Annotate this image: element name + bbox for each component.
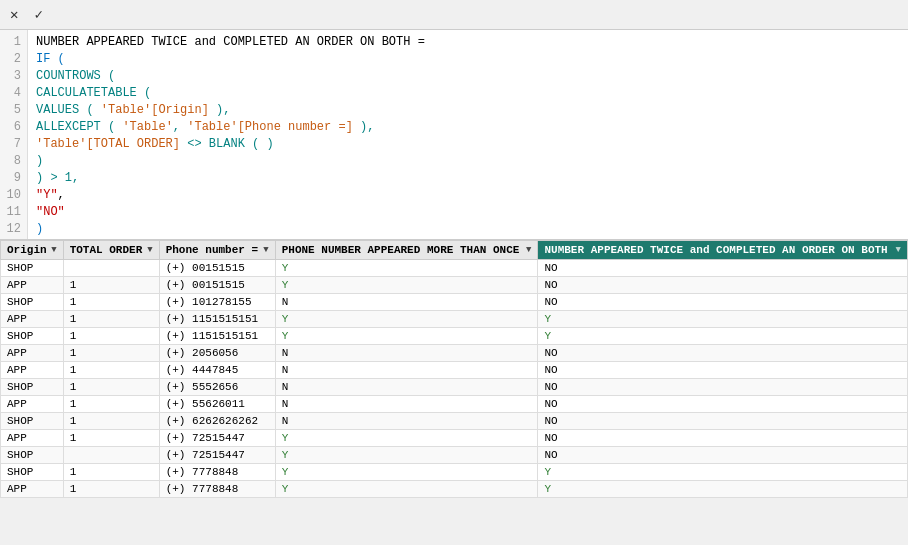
table-cell: Y (275, 464, 538, 481)
data-table-container[interactable]: Origin▼TOTAL ORDER▼Phone number =▼PHONE … (0, 240, 908, 498)
column-label: NUMBER APPEARED TWICE and COMPLETED AN O… (544, 244, 887, 256)
table-cell: (+) 7778848 (159, 481, 275, 498)
filter-icon[interactable]: ▼ (526, 245, 531, 255)
table-cell: Y (538, 311, 908, 328)
table-cell: 1 (63, 294, 159, 311)
table-row: APP1(+) 1151515151YY (1, 311, 908, 328)
cancel-icon[interactable]: ✕ (6, 4, 22, 25)
filter-icon[interactable]: ▼ (263, 245, 268, 255)
table-row: SHOP1(+) 101278155NNO (1, 294, 908, 311)
code-line: "NO" (36, 204, 900, 221)
line-number: 11 (6, 204, 21, 221)
code-line: IF ( (36, 51, 900, 68)
table-cell: APP (1, 345, 64, 362)
table-cell: APP (1, 362, 64, 379)
table-cell: 1 (63, 481, 159, 498)
table-cell: SHOP (1, 260, 64, 277)
table-cell: NO (538, 379, 908, 396)
data-table: Origin▼TOTAL ORDER▼Phone number =▼PHONE … (0, 240, 908, 498)
table-row: SHOP1(+) 7778848YY (1, 464, 908, 481)
line-numbers: 123456789101112 (0, 30, 28, 239)
table-cell: NO (538, 277, 908, 294)
table-cell: Y (538, 328, 908, 345)
table-cell: NO (538, 294, 908, 311)
column-header: TOTAL ORDER▼ (63, 241, 159, 260)
table-cell: NO (538, 396, 908, 413)
table-cell: Y (538, 481, 908, 498)
table-cell: Y (275, 447, 538, 464)
code-line: VALUES ( 'Table'[Origin] ), (36, 102, 900, 119)
table-cell: NO (538, 345, 908, 362)
table-cell: 1 (63, 396, 159, 413)
table-cell: (+) 4447845 (159, 362, 275, 379)
code-content[interactable]: NUMBER APPEARED TWICE and COMPLETED AN O… (28, 30, 908, 239)
filter-icon[interactable]: ▼ (147, 245, 152, 255)
table-cell: APP (1, 311, 64, 328)
column-header: Phone number =▼ (159, 241, 275, 260)
table-cell: APP (1, 396, 64, 413)
table-cell: N (275, 345, 538, 362)
table-cell: (+) 00151515 (159, 260, 275, 277)
table-row: APP1(+) 55626011NNO (1, 396, 908, 413)
table-cell: Y (275, 311, 538, 328)
table-cell: N (275, 379, 538, 396)
table-cell: (+) 7778848 (159, 464, 275, 481)
line-number: 4 (6, 85, 21, 102)
table-cell: Y (275, 481, 538, 498)
table-cell: 1 (63, 328, 159, 345)
table-cell: 1 (63, 464, 159, 481)
table-row: APP1(+) 2056056NNO (1, 345, 908, 362)
table-cell: (+) 2056056 (159, 345, 275, 362)
confirm-icon[interactable]: ✓ (30, 4, 46, 25)
table-cell: NO (538, 362, 908, 379)
table-cell (63, 447, 159, 464)
table-cell: APP (1, 481, 64, 498)
table-cell: Y (275, 430, 538, 447)
column-label: PHONE NUMBER APPEARED MORE THAN ONCE (282, 244, 520, 256)
table-cell: SHOP (1, 294, 64, 311)
code-line: CALCULATETABLE ( (36, 85, 900, 102)
table-cell: N (275, 396, 538, 413)
table-row: APP1(+) 7778848YY (1, 481, 908, 498)
table-cell: N (275, 294, 538, 311)
table-cell: NO (538, 447, 908, 464)
table-row: APP1(+) 72515447YNO (1, 430, 908, 447)
table-cell: NO (538, 260, 908, 277)
table-cell: (+) 55626011 (159, 396, 275, 413)
toolbar: ✕ ✓ (0, 0, 908, 30)
table-cell: APP (1, 277, 64, 294)
table-cell: SHOP (1, 413, 64, 430)
table-cell (63, 260, 159, 277)
table-cell: Y (275, 260, 538, 277)
table-cell: NO (538, 413, 908, 430)
code-editor: 123456789101112 NUMBER APPEARED TWICE an… (0, 30, 908, 240)
filter-icon[interactable]: ▼ (51, 245, 56, 255)
filter-icon[interactable]: ▼ (896, 245, 901, 255)
code-line: ) > 1, (36, 170, 900, 187)
table-cell: (+) 72515447 (159, 447, 275, 464)
line-number: 12 (6, 221, 21, 238)
table-cell: SHOP (1, 464, 64, 481)
code-line: COUNTROWS ( (36, 68, 900, 85)
line-number: 2 (6, 51, 21, 68)
table-cell: SHOP (1, 328, 64, 345)
code-line: ALLEXCEPT ( 'Table', 'Table'[Phone numbe… (36, 119, 900, 136)
line-number: 3 (6, 68, 21, 85)
table-cell: N (275, 413, 538, 430)
column-label: Phone number = (166, 244, 258, 256)
table-cell: (+) 5552656 (159, 379, 275, 396)
line-number: 1 (6, 34, 21, 51)
column-header: Origin▼ (1, 241, 64, 260)
table-row: SHOP1(+) 5552656NNO (1, 379, 908, 396)
table-cell: (+) 6262626262 (159, 413, 275, 430)
code-line: 'Table'[TOTAL ORDER] <> BLANK ( ) (36, 136, 900, 153)
table-cell: APP (1, 430, 64, 447)
line-number: 7 (6, 136, 21, 153)
table-cell: 1 (63, 379, 159, 396)
table-cell: (+) 00151515 (159, 277, 275, 294)
table-cell: (+) 72515447 (159, 430, 275, 447)
table-row: SHOP(+) 72515447YNO (1, 447, 908, 464)
table-cell: N (275, 362, 538, 379)
table-cell: 1 (63, 277, 159, 294)
line-number: 6 (6, 119, 21, 136)
